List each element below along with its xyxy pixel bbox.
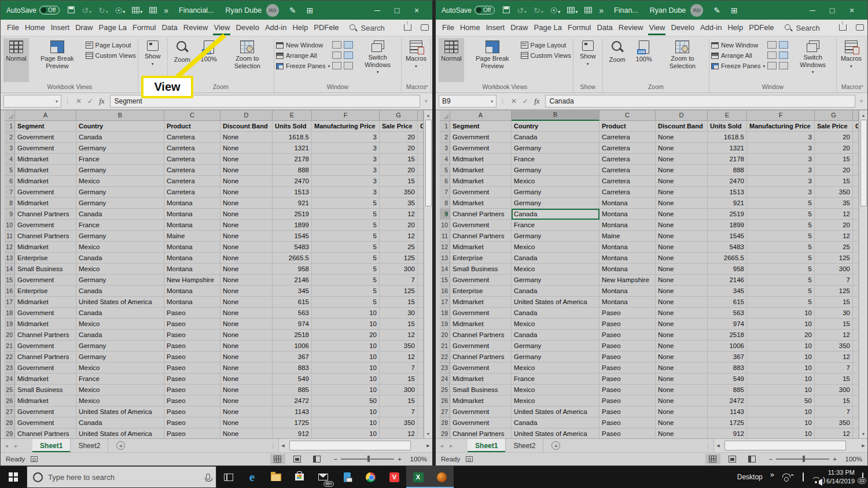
row-header-7[interactable]: 7	[5, 187, 15, 198]
zoom-slider[interactable]	[341, 459, 394, 460]
horizontal-scroll-thumb[interactable]	[289, 441, 411, 450]
cell-partial[interactable]	[418, 385, 424, 395]
horizontal-scrollbar[interactable]: ◀ ▶	[278, 439, 432, 452]
cell-A11[interactable]: Channel Partners	[15, 231, 76, 242]
cell-G10[interactable]: 20	[815, 220, 853, 231]
cell-B6[interactable]: Mexico	[76, 176, 164, 187]
cell-D10[interactable]: None	[656, 220, 708, 231]
cell-B24[interactable]: France	[76, 374, 164, 385]
cell-partial[interactable]	[853, 242, 859, 253]
row-header-23[interactable]: 23	[5, 363, 15, 374]
cell-A24[interactable]: Midmarket	[450, 374, 512, 385]
maximize-button[interactable]: □	[387, 6, 407, 15]
touch-mode-icon[interactable]: ☉▾	[115, 6, 126, 15]
cell-A16[interactable]: Enterprise	[15, 286, 76, 297]
add-sheet-icon[interactable]: +	[551, 441, 560, 450]
cell-B16[interactable]: Canada	[76, 286, 164, 297]
cell-G24[interactable]: 15	[380, 374, 418, 385]
cell-A10[interactable]: Government	[450, 220, 512, 231]
cell-G6[interactable]: 15	[380, 176, 418, 187]
cell-partial[interactable]	[418, 286, 424, 297]
cell-E9[interactable]: 2519	[708, 209, 747, 220]
cell-C14[interactable]: Montana	[164, 264, 220, 275]
cell-D15[interactable]: None	[656, 275, 708, 286]
cell-F27[interactable]: 10	[747, 406, 815, 417]
cell-A16[interactable]: Enterprise	[450, 286, 512, 297]
cell-partial[interactable]	[418, 198, 424, 209]
cell-A17[interactable]: Midmarket	[450, 297, 512, 308]
cell-D27[interactable]: None	[656, 406, 708, 417]
taskbar-clock[interactable]: 11:33 PM 6/14/2019	[826, 468, 855, 486]
cell-B14[interactable]: Mexico	[76, 264, 164, 275]
cell-F15[interactable]: 5	[312, 275, 380, 286]
cell-E11[interactable]: 1545	[273, 231, 312, 242]
formula-expand-icon[interactable]: ˅	[423, 98, 429, 104]
tab-review[interactable]: Review	[616, 20, 646, 36]
view-side-by-side-icon[interactable]	[779, 41, 788, 49]
avatar[interactable]: RD	[266, 4, 279, 17]
cell-F21[interactable]: 10	[747, 341, 815, 352]
save-icon[interactable]	[68, 6, 75, 15]
cell-D22[interactable]: None	[220, 352, 273, 363]
cell-D18[interactable]: None	[220, 308, 273, 319]
cell-A3[interactable]: Government	[450, 143, 512, 154]
sheet-nav-arrows[interactable]: ◂▸	[5, 443, 24, 449]
cell-B20[interactable]: Canada	[76, 330, 164, 341]
normal-mode-button[interactable]	[270, 454, 285, 464]
cell-A27[interactable]: Government	[15, 406, 76, 417]
cell-B25[interactable]: Mexico	[512, 385, 599, 395]
row-header-28[interactable]: 28	[440, 417, 450, 428]
cell-E19[interactable]: 974	[273, 319, 312, 330]
cell-C23[interactable]: Paseo	[164, 363, 220, 374]
scroll-right-icon[interactable]: ▶	[859, 443, 867, 448]
cell-E17[interactable]: 615	[273, 297, 312, 308]
cell-C17[interactable]: Montana	[164, 297, 220, 308]
cell-G3[interactable]: 20	[815, 143, 853, 154]
cell-B4[interactable]: France	[76, 154, 164, 165]
arrange-all-button[interactable]: Arrange All	[276, 52, 330, 59]
cell-C12[interactable]: Montana	[164, 242, 220, 253]
cell-D18[interactable]: None	[656, 308, 708, 319]
column-header-G[interactable]: G	[815, 110, 853, 121]
cell-E4[interactable]: 2178	[708, 154, 747, 165]
cell-B10[interactable]: France	[76, 220, 164, 231]
cell-C9[interactable]: Montana	[599, 209, 656, 220]
tab-view[interactable]: View	[646, 20, 668, 36]
cell-G5[interactable]: 20	[815, 165, 853, 176]
cell-E27[interactable]: 1143	[273, 406, 312, 417]
cell-D28[interactable]: None	[220, 417, 273, 428]
cell-G4[interactable]: 15	[815, 154, 853, 165]
redo-icon[interactable]: ↻▾	[98, 6, 108, 15]
file-explorer-taskbar-button[interactable]	[264, 466, 288, 488]
cell-F16[interactable]: 5	[747, 286, 815, 297]
row-header-2[interactable]: 2	[440, 132, 450, 143]
cell-partial[interactable]	[853, 374, 859, 385]
zoom-out-icon[interactable]: −	[769, 456, 773, 463]
page-break-preview-button[interactable]: Page Break Preview	[465, 38, 520, 82]
cell-C17[interactable]: Montana	[599, 297, 656, 308]
mail-taskbar-button[interactable]: 99+	[311, 466, 335, 488]
page-layout-mode-button[interactable]	[290, 454, 305, 464]
cell-G19[interactable]: 15	[380, 319, 418, 330]
cell-E20[interactable]: 2518	[708, 330, 747, 341]
cell-C13[interactable]: Montana	[164, 253, 220, 264]
cell-F2[interactable]: 3	[312, 132, 380, 143]
cell-partial[interactable]	[853, 165, 859, 176]
cell-C16[interactable]: Montana	[164, 286, 220, 297]
cell-E18[interactable]: 563	[708, 308, 747, 319]
cell-D4[interactable]: None	[656, 154, 708, 165]
cell-D3[interactable]: None	[656, 143, 708, 154]
page-break-mode-button[interactable]	[310, 454, 325, 464]
row-header-19[interactable]: 19	[440, 319, 450, 330]
ribbon-display-options-icon[interactable]: ⊞	[307, 6, 314, 15]
tab-insert[interactable]: Insert	[483, 20, 508, 36]
cell-A22[interactable]: Channel Partners	[15, 352, 76, 363]
cell-G12[interactable]: 25	[815, 242, 853, 253]
cell-C21[interactable]: Paseo	[599, 341, 656, 352]
keyboard-icon[interactable]	[803, 473, 804, 481]
enter-icon[interactable]: ✓	[523, 97, 528, 105]
cell-A8[interactable]: Midmarket	[15, 198, 76, 209]
freeze-panes-button[interactable]: Freeze Panes ▾	[276, 62, 330, 69]
cell-B15[interactable]: Germany	[512, 275, 599, 286]
row-header-5[interactable]: 5	[440, 165, 450, 176]
